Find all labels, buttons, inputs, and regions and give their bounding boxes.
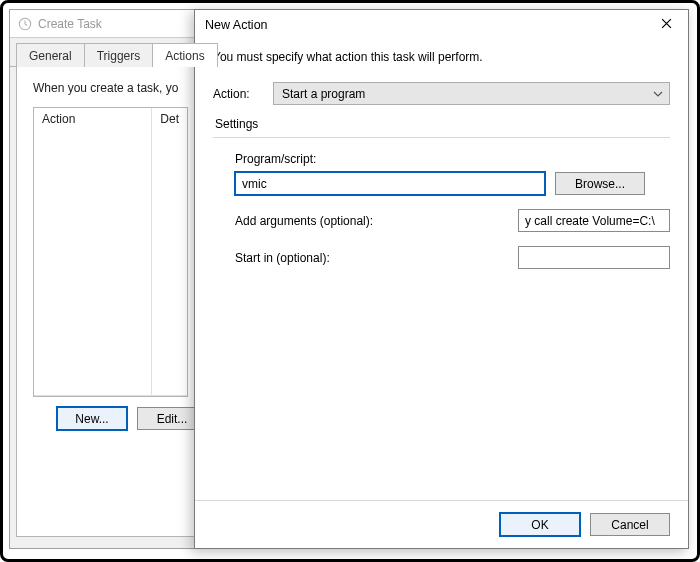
new-action-window: New Action You must specify what action … bbox=[194, 9, 689, 549]
column-action[interactable]: Action bbox=[34, 108, 152, 396]
close-button[interactable] bbox=[644, 10, 688, 40]
create-task-title: Create Task bbox=[38, 17, 102, 31]
instruction-text: You must specify what action this task w… bbox=[213, 50, 670, 64]
ok-button[interactable]: OK bbox=[500, 513, 580, 536]
new-button[interactable]: New... bbox=[57, 407, 127, 430]
new-action-titlebar: New Action bbox=[195, 10, 688, 40]
action-label: Action: bbox=[213, 87, 273, 101]
action-select-value: Start a program bbox=[282, 87, 365, 101]
dialog-footer: OK Cancel bbox=[195, 500, 688, 548]
program-label: Program/script: bbox=[235, 152, 670, 166]
tab-triggers[interactable]: Triggers bbox=[84, 43, 154, 67]
tab-general[interactable]: General bbox=[16, 43, 85, 67]
settings-group-label: Settings bbox=[215, 117, 670, 131]
action-select[interactable]: Start a program bbox=[273, 82, 670, 105]
startin-input[interactable] bbox=[518, 246, 670, 269]
clock-icon bbox=[18, 17, 32, 31]
program-input[interactable] bbox=[235, 172, 545, 195]
browse-button[interactable]: Browse... bbox=[555, 172, 645, 195]
settings-divider bbox=[213, 137, 670, 138]
startin-label: Start in (optional): bbox=[235, 251, 330, 265]
close-icon bbox=[661, 18, 672, 32]
arguments-input[interactable] bbox=[518, 209, 670, 232]
actions-table[interactable]: Action Det bbox=[33, 107, 188, 397]
tab-actions[interactable]: Actions bbox=[152, 43, 217, 67]
arguments-label: Add arguments (optional): bbox=[235, 214, 373, 228]
new-action-title: New Action bbox=[205, 18, 268, 32]
column-details[interactable]: Det bbox=[152, 108, 187, 396]
cancel-button[interactable]: Cancel bbox=[590, 513, 670, 536]
chevron-down-icon bbox=[653, 89, 663, 99]
